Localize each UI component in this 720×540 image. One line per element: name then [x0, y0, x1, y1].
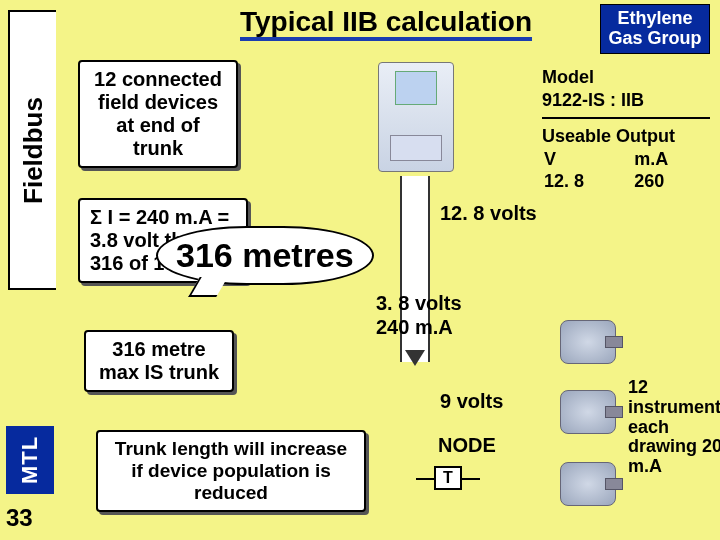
mtl-logo: MTL	[6, 426, 54, 494]
model-col-v: V	[542, 148, 632, 171]
max-trunk-box: 316 metre max IS trunk	[84, 330, 234, 392]
sidebar-tab-label: Fieldbus	[18, 97, 49, 204]
instrument-icon	[560, 320, 616, 364]
mid-current-label: 240 m.A	[376, 316, 453, 338]
gas-group-badge: Ethylene Gas Group	[600, 4, 710, 54]
devices-box: 12 connected field devices at end of tru…	[78, 60, 238, 168]
model-val-ma: 260	[632, 170, 710, 193]
model-heading: Model	[542, 66, 710, 89]
power-supply-icon	[378, 62, 454, 172]
model-name: 9122-IS : IIB	[542, 89, 710, 112]
note-box: Trunk length will increase if device pop…	[96, 430, 366, 512]
terminator-box: T	[434, 466, 462, 490]
callout-bubble: 316 metres	[156, 226, 374, 285]
instrument-icon	[560, 462, 616, 506]
gas-group-line2: Gas Group	[607, 29, 703, 49]
instruments-text: 12 instruments each drawing 20 m.A	[628, 378, 720, 477]
mtl-logo-text: MTL	[17, 436, 43, 484]
end-voltage-label: 9 volts	[440, 390, 503, 412]
model-col-ma: m.A	[632, 148, 710, 171]
top-voltage-label: 12. 8 volts	[440, 202, 537, 224]
model-useable: Useable Output	[542, 125, 710, 148]
instrument-icon	[560, 390, 616, 434]
slide: Fieldbus Typical IIB calculation Ethylen…	[0, 0, 720, 540]
model-info: Model 9122-IS : IIB Useable Output V m.A…	[542, 66, 710, 193]
gas-group-line1: Ethylene	[607, 9, 703, 29]
page-number: 33	[6, 504, 33, 532]
sidebar-tab: Fieldbus	[8, 10, 56, 290]
model-val-v: 12. 8	[542, 170, 632, 193]
mid-voltage-label: 3. 8 volts	[376, 292, 462, 314]
node-label: NODE	[438, 434, 496, 456]
slide-title: Typical IIB calculation	[240, 6, 532, 38]
